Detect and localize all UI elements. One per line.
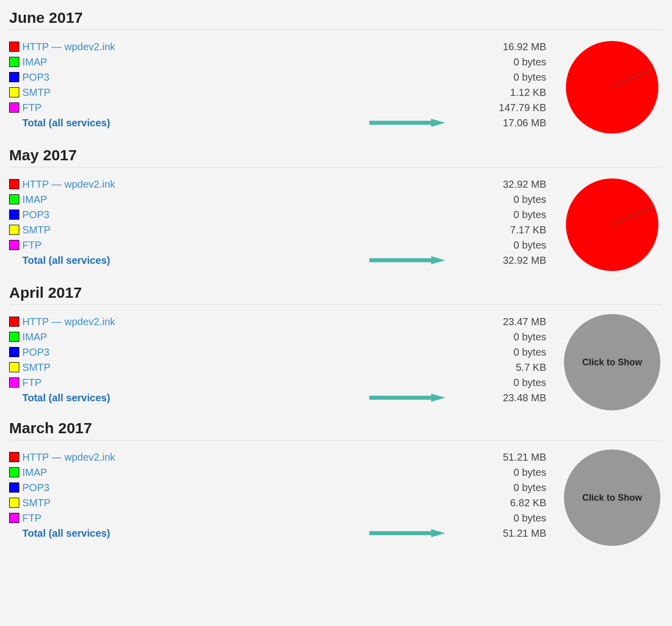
legend-link-smtp[interactable]: SMTP (22, 360, 51, 375)
value-ftp: 0 bytes (232, 375, 546, 390)
http-swatch-icon (9, 317, 19, 327)
smtp-swatch-icon (9, 362, 19, 372)
total-label: Total (all services) (9, 526, 110, 541)
value-imap: 0 bytes (232, 54, 546, 69)
legend-row-smtp: SMTP (9, 85, 222, 100)
value-imap: 0 bytes (232, 192, 546, 207)
arrow-right-icon (369, 393, 445, 402)
total-label: Total (all services) (9, 253, 110, 268)
legend-row-smtp: SMTP (9, 222, 222, 237)
value-total: 23.48 MB (232, 390, 546, 405)
value-total: 32.92 MB (232, 253, 546, 268)
legend-link-pop3[interactable]: POP3 (22, 207, 49, 222)
legend-link-ftp[interactable]: FTP (22, 375, 42, 390)
chart-column (561, 39, 663, 137)
value-total: 51.21 MB (232, 526, 546, 541)
legend-row-ftp: FTP (9, 375, 222, 390)
legend-row-http: HTTP — wpdev2.ink (9, 39, 222, 54)
value-http: 16.92 MB (232, 39, 546, 54)
legend-row-imap: IMAP (9, 192, 222, 207)
imap-swatch-icon (9, 467, 19, 477)
legend-row-ftp: FTP (9, 100, 222, 115)
month-title: March 2017 (9, 415, 663, 440)
imap-swatch-icon (9, 194, 19, 204)
legend-link-http[interactable]: HTTP — wpdev2.ink (22, 449, 115, 465)
click-to-show-button[interactable]: Click to Show (564, 449, 660, 546)
month-section: June 2017HTTP — wpdev2.inkIMAPPOP3SMTPFT… (9, 5, 663, 137)
legend-link-ftp[interactable]: FTP (22, 237, 42, 253)
value-imap: 0 bytes (232, 329, 546, 344)
legend-row-pop3: POP3 (9, 344, 222, 360)
pop3-swatch-icon (9, 347, 19, 357)
legend-link-imap[interactable]: IMAP (22, 54, 47, 69)
value-smtp: 7.17 KB (232, 222, 546, 237)
legend-column: HTTP — wpdev2.inkIMAPPOP3SMTPFTPTotal (a… (9, 177, 222, 268)
legend-link-imap[interactable]: IMAP (22, 465, 47, 480)
http-swatch-icon (9, 452, 19, 462)
legend-column: HTTP — wpdev2.inkIMAPPOP3SMTPFTPTotal (a… (9, 314, 222, 405)
pie-chart[interactable] (564, 177, 660, 275)
legend-row-imap: IMAP (9, 465, 222, 480)
click-to-show-button[interactable]: Click to Show (564, 314, 660, 410)
values-column: 23.47 MB0 bytes0 bytes5.7 KB0 bytes23.48… (232, 314, 551, 405)
svg-marker-1 (431, 119, 445, 127)
legend-row-smtp: SMTP (9, 495, 222, 510)
value-http: 51.21 MB (232, 449, 546, 465)
legend-link-ftp[interactable]: FTP (22, 510, 42, 526)
ftp-swatch-icon (9, 102, 19, 113)
month-title: April 2017 (9, 280, 663, 305)
imap-swatch-icon (9, 332, 19, 342)
value-imap: 0 bytes (232, 465, 546, 480)
smtp-swatch-icon (9, 225, 19, 235)
ftp-swatch-icon (9, 377, 19, 388)
legend-link-http[interactable]: HTTP — wpdev2.ink (22, 39, 115, 54)
legend-link-smtp[interactable]: SMTP (22, 85, 51, 100)
legend-link-smtp[interactable]: SMTP (22, 495, 51, 510)
pop3-swatch-icon (9, 210, 19, 220)
legend-link-http[interactable]: HTTP — wpdev2.ink (22, 314, 115, 329)
legend-row-ftp: FTP (9, 237, 222, 253)
legend-link-smtp[interactable]: SMTP (22, 222, 51, 237)
legend-row-imap: IMAP (9, 329, 222, 344)
arrow-right-icon (369, 529, 445, 538)
chart-column: Click to Show (561, 314, 663, 410)
values-column: 32.92 MB0 bytes0 bytes7.17 KB0 bytes32.9… (232, 177, 551, 268)
legend-link-pop3[interactable]: POP3 (22, 344, 49, 360)
month-section: April 2017HTTP — wpdev2.inkIMAPPOP3SMTPF… (9, 280, 663, 410)
legend-link-imap[interactable]: IMAP (22, 192, 47, 207)
arrow-right-icon (369, 256, 445, 265)
chart-column: Click to Show (561, 449, 663, 546)
legend-row-pop3: POP3 (9, 207, 222, 222)
month-title: June 2017 (9, 5, 663, 30)
arrow-right-icon (369, 118, 445, 127)
total-value-text: 23.48 MB (503, 392, 546, 403)
legend-row-smtp: SMTP (9, 360, 222, 375)
value-smtp: 5.7 KB (232, 360, 546, 375)
legend-link-ftp[interactable]: FTP (22, 100, 42, 115)
legend-link-http[interactable]: HTTP — wpdev2.ink (22, 177, 115, 192)
smtp-swatch-icon (9, 498, 19, 508)
pie-chart[interactable] (564, 39, 660, 137)
value-pop3: 0 bytes (232, 480, 546, 495)
legend-link-imap[interactable]: IMAP (22, 329, 47, 344)
value-pop3: 0 bytes (232, 207, 546, 222)
value-http: 32.92 MB (232, 177, 546, 192)
pop3-swatch-icon (9, 72, 19, 82)
ftp-swatch-icon (9, 240, 19, 250)
values-column: 51.21 MB0 bytes0 bytes6.82 KB0 bytes51.2… (232, 449, 551, 541)
total-value-text: 51.21 MB (503, 528, 546, 539)
legend-column: HTTP — wpdev2.inkIMAPPOP3SMTPFTPTotal (a… (9, 39, 222, 130)
smtp-swatch-icon (9, 87, 19, 97)
svg-marker-5 (431, 256, 445, 264)
value-smtp: 6.82 KB (232, 495, 546, 510)
legend-link-pop3[interactable]: POP3 (22, 69, 49, 85)
value-ftp: 147.79 KB (232, 100, 546, 115)
http-swatch-icon (9, 179, 19, 189)
legend-row-pop3: POP3 (9, 480, 222, 495)
month-section: March 2017HTTP — wpdev2.inkIMAPPOP3SMTPF… (9, 415, 663, 546)
value-ftp: 0 bytes (232, 237, 546, 253)
values-column: 16.92 MB0 bytes0 bytes1.12 KB147.79 KB17… (232, 39, 551, 130)
total-value-text: 32.92 MB (503, 255, 546, 266)
month-title: May 2017 (9, 143, 663, 167)
legend-link-pop3[interactable]: POP3 (22, 480, 49, 495)
